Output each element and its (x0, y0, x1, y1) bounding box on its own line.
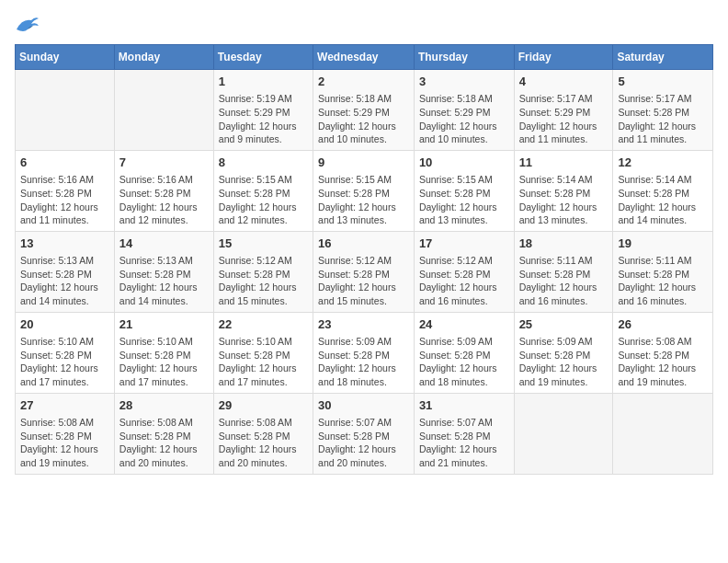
day-number: 14 (119, 236, 209, 252)
day-cell: 30Sunrise: 5:07 AM Sunset: 5:28 PM Dayli… (313, 393, 415, 474)
day-cell: 10Sunrise: 5:15 AM Sunset: 5:28 PM Dayli… (414, 150, 514, 231)
header-day-thursday: Thursday (414, 45, 514, 70)
day-cell: 4Sunrise: 5:17 AM Sunset: 5:29 PM Daylig… (514, 70, 613, 151)
day-info: Sunrise: 5:18 AM Sunset: 5:29 PM Dayligh… (318, 92, 409, 146)
day-number: 31 (419, 397, 509, 414)
day-number: 27 (20, 397, 109, 414)
day-cell: 23Sunrise: 5:09 AM Sunset: 5:28 PM Dayli… (313, 312, 415, 393)
day-number: 15 (219, 236, 308, 252)
logo (15, 15, 44, 35)
day-info: Sunrise: 5:09 AM Sunset: 5:28 PM Dayligh… (318, 335, 409, 389)
day-info: Sunrise: 5:08 AM Sunset: 5:28 PM Dayligh… (20, 416, 109, 470)
day-cell: 26Sunrise: 5:08 AM Sunset: 5:28 PM Dayli… (613, 312, 713, 393)
day-cell: 19Sunrise: 5:11 AM Sunset: 5:28 PM Dayli… (613, 231, 713, 312)
week-row-4: 20Sunrise: 5:10 AM Sunset: 5:28 PM Dayli… (16, 312, 713, 393)
day-info: Sunrise: 5:17 AM Sunset: 5:28 PM Dayligh… (618, 92, 708, 146)
day-cell: 3Sunrise: 5:18 AM Sunset: 5:29 PM Daylig… (414, 70, 514, 151)
calendar-body: 1Sunrise: 5:19 AM Sunset: 5:29 PM Daylig… (16, 70, 713, 475)
day-cell: 16Sunrise: 5:12 AM Sunset: 5:28 PM Dayli… (313, 231, 415, 312)
day-cell: 27Sunrise: 5:08 AM Sunset: 5:28 PM Dayli… (16, 393, 115, 474)
day-info: Sunrise: 5:07 AM Sunset: 5:28 PM Dayligh… (419, 416, 509, 470)
day-info: Sunrise: 5:11 AM Sunset: 5:28 PM Dayligh… (618, 254, 708, 308)
day-cell: 28Sunrise: 5:08 AM Sunset: 5:28 PM Dayli… (114, 393, 213, 474)
day-cell: 31Sunrise: 5:07 AM Sunset: 5:28 PM Dayli… (414, 393, 514, 474)
day-number: 5 (618, 74, 708, 90)
day-info: Sunrise: 5:08 AM Sunset: 5:28 PM Dayligh… (618, 335, 708, 389)
day-number: 26 (618, 316, 708, 333)
day-cell: 15Sunrise: 5:12 AM Sunset: 5:28 PM Dayli… (213, 231, 313, 312)
day-cell: 8Sunrise: 5:15 AM Sunset: 5:28 PM Daylig… (213, 150, 313, 231)
page-header (15, 15, 713, 35)
day-number: 1 (219, 74, 308, 90)
day-info: Sunrise: 5:12 AM Sunset: 5:28 PM Dayligh… (318, 254, 409, 308)
day-info: Sunrise: 5:13 AM Sunset: 5:28 PM Dayligh… (20, 254, 109, 308)
day-cell: 17Sunrise: 5:12 AM Sunset: 5:28 PM Dayli… (414, 231, 514, 312)
day-info: Sunrise: 5:17 AM Sunset: 5:29 PM Dayligh… (519, 92, 609, 146)
day-info: Sunrise: 5:09 AM Sunset: 5:28 PM Dayligh… (419, 335, 509, 389)
day-number: 8 (219, 155, 308, 171)
day-number: 6 (20, 155, 109, 171)
day-info: Sunrise: 5:15 AM Sunset: 5:28 PM Dayligh… (219, 173, 308, 227)
day-number: 23 (318, 316, 409, 333)
day-cell: 22Sunrise: 5:10 AM Sunset: 5:28 PM Dayli… (213, 312, 313, 393)
day-cell: 9Sunrise: 5:15 AM Sunset: 5:28 PM Daylig… (313, 150, 415, 231)
header-day-friday: Friday (514, 45, 613, 70)
day-number: 21 (119, 316, 209, 333)
day-cell: 14Sunrise: 5:13 AM Sunset: 5:28 PM Dayli… (114, 231, 213, 312)
day-cell: 25Sunrise: 5:09 AM Sunset: 5:28 PM Dayli… (514, 312, 613, 393)
week-row-1: 1Sunrise: 5:19 AM Sunset: 5:29 PM Daylig… (16, 70, 713, 151)
day-number: 24 (419, 316, 509, 333)
header-day-saturday: Saturday (613, 45, 713, 70)
day-info: Sunrise: 5:11 AM Sunset: 5:28 PM Dayligh… (519, 254, 609, 308)
day-number: 29 (219, 397, 308, 414)
day-info: Sunrise: 5:10 AM Sunset: 5:28 PM Dayligh… (219, 335, 308, 389)
day-cell: 29Sunrise: 5:08 AM Sunset: 5:28 PM Dayli… (213, 393, 313, 474)
day-number: 30 (318, 397, 409, 414)
day-cell: 6Sunrise: 5:16 AM Sunset: 5:28 PM Daylig… (16, 150, 115, 231)
day-cell (16, 70, 115, 151)
day-info: Sunrise: 5:19 AM Sunset: 5:29 PM Dayligh… (219, 92, 308, 146)
day-number: 7 (119, 155, 209, 171)
logo-bird-icon (15, 15, 40, 35)
day-info: Sunrise: 5:15 AM Sunset: 5:28 PM Dayligh… (419, 173, 509, 227)
day-cell: 21Sunrise: 5:10 AM Sunset: 5:28 PM Dayli… (114, 312, 213, 393)
day-number: 19 (618, 236, 708, 252)
day-number: 2 (318, 74, 409, 90)
day-number: 16 (318, 236, 409, 252)
day-number: 25 (519, 316, 609, 333)
day-info: Sunrise: 5:07 AM Sunset: 5:28 PM Dayligh… (318, 416, 409, 470)
day-info: Sunrise: 5:16 AM Sunset: 5:28 PM Dayligh… (20, 173, 109, 227)
header-day-monday: Monday (114, 45, 213, 70)
day-cell: 2Sunrise: 5:18 AM Sunset: 5:29 PM Daylig… (313, 70, 415, 151)
day-number: 12 (618, 155, 708, 171)
day-number: 4 (519, 74, 609, 90)
day-info: Sunrise: 5:09 AM Sunset: 5:28 PM Dayligh… (519, 335, 609, 389)
day-number: 20 (20, 316, 109, 333)
calendar-header: SundayMondayTuesdayWednesdayThursdayFrid… (16, 45, 713, 70)
day-cell: 13Sunrise: 5:13 AM Sunset: 5:28 PM Dayli… (16, 231, 115, 312)
day-cell: 18Sunrise: 5:11 AM Sunset: 5:28 PM Dayli… (514, 231, 613, 312)
day-info: Sunrise: 5:08 AM Sunset: 5:28 PM Dayligh… (219, 416, 308, 470)
day-info: Sunrise: 5:18 AM Sunset: 5:29 PM Dayligh… (419, 92, 509, 146)
day-info: Sunrise: 5:16 AM Sunset: 5:28 PM Dayligh… (119, 173, 209, 227)
day-cell: 24Sunrise: 5:09 AM Sunset: 5:28 PM Dayli… (414, 312, 514, 393)
day-info: Sunrise: 5:12 AM Sunset: 5:28 PM Dayligh… (219, 254, 308, 308)
header-day-tuesday: Tuesday (213, 45, 313, 70)
calendar-table: SundayMondayTuesdayWednesdayThursdayFrid… (15, 44, 713, 475)
week-row-5: 27Sunrise: 5:08 AM Sunset: 5:28 PM Dayli… (16, 393, 713, 474)
day-cell (514, 393, 613, 474)
day-info: Sunrise: 5:14 AM Sunset: 5:28 PM Dayligh… (618, 173, 708, 227)
day-info: Sunrise: 5:14 AM Sunset: 5:28 PM Dayligh… (519, 173, 609, 227)
day-info: Sunrise: 5:13 AM Sunset: 5:28 PM Dayligh… (119, 254, 209, 308)
day-cell: 7Sunrise: 5:16 AM Sunset: 5:28 PM Daylig… (114, 150, 213, 231)
day-cell: 5Sunrise: 5:17 AM Sunset: 5:28 PM Daylig… (613, 70, 713, 151)
header-day-wednesday: Wednesday (313, 45, 415, 70)
week-row-2: 6Sunrise: 5:16 AM Sunset: 5:28 PM Daylig… (16, 150, 713, 231)
day-cell: 11Sunrise: 5:14 AM Sunset: 5:28 PM Dayli… (514, 150, 613, 231)
day-number: 10 (419, 155, 509, 171)
day-number: 3 (419, 74, 509, 90)
day-cell: 12Sunrise: 5:14 AM Sunset: 5:28 PM Dayli… (613, 150, 713, 231)
day-number: 11 (519, 155, 609, 171)
day-info: Sunrise: 5:08 AM Sunset: 5:28 PM Dayligh… (119, 416, 209, 470)
day-number: 18 (519, 236, 609, 252)
